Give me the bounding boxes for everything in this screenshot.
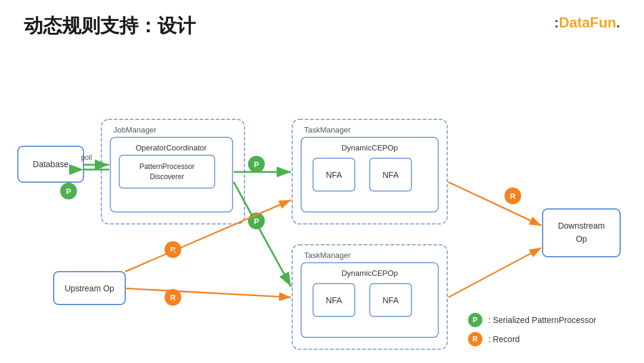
upstream-op-label: Upstream Op [64, 284, 114, 293]
discoverer-label: Discoverer [150, 173, 184, 181]
dynamic-cep-op2-label: DynamicCEPOp [342, 269, 398, 278]
downstream-op-label2: Op [576, 234, 587, 244]
taskmanager2-label: TaskManager [304, 251, 351, 260]
svg-text:R: R [170, 293, 176, 302]
svg-text:P: P [254, 217, 259, 226]
svg-line-24 [234, 182, 291, 287]
svg-text:P: P [66, 187, 72, 196]
page-title: 动态规则支持：设计 [24, 13, 196, 39]
legend-p-circle: P [468, 313, 482, 327]
svg-line-30 [125, 288, 291, 297]
architecture-diagram: Database JobManager OperatorCoordinator … [0, 48, 644, 358]
legend-item-r: R : Record [468, 332, 596, 346]
nfa3-label: NFA [326, 296, 342, 305]
logo: :DataFun. [554, 13, 620, 32]
database-label: Database [33, 159, 69, 169]
svg-text:P: P [254, 160, 259, 169]
legend-r-circle: R [468, 332, 482, 346]
jobmanager-label: JobManager [113, 125, 157, 134]
nfa4-label: NFA [382, 296, 399, 305]
taskmanager1-label: TaskManager [304, 125, 351, 134]
svg-rect-3 [119, 155, 215, 188]
svg-line-33 [448, 182, 541, 226]
operator-coordinator-label: OperatorCoordinator [135, 143, 207, 152]
poll-label: poll [81, 153, 92, 162]
nfa2-label: NFA [382, 170, 399, 180]
pattern-processor-label: PatternProcessor [140, 162, 195, 171]
dynamic-cep-op1-label: DynamicCEPOp [342, 143, 398, 152]
nfa1-label: NFA [326, 170, 342, 180]
svg-text:R: R [510, 192, 516, 201]
legend: P : Serialized PatternProcessor R : Reco… [468, 313, 596, 351]
legend-r-label: : Record [488, 334, 520, 344]
legend-item-p: P : Serialized PatternProcessor [468, 313, 596, 327]
svg-rect-13 [543, 209, 620, 257]
svg-line-36 [448, 248, 541, 297]
legend-p-label: : Serialized PatternProcessor [488, 315, 596, 325]
downstream-op-label: Downstream [558, 221, 605, 230]
